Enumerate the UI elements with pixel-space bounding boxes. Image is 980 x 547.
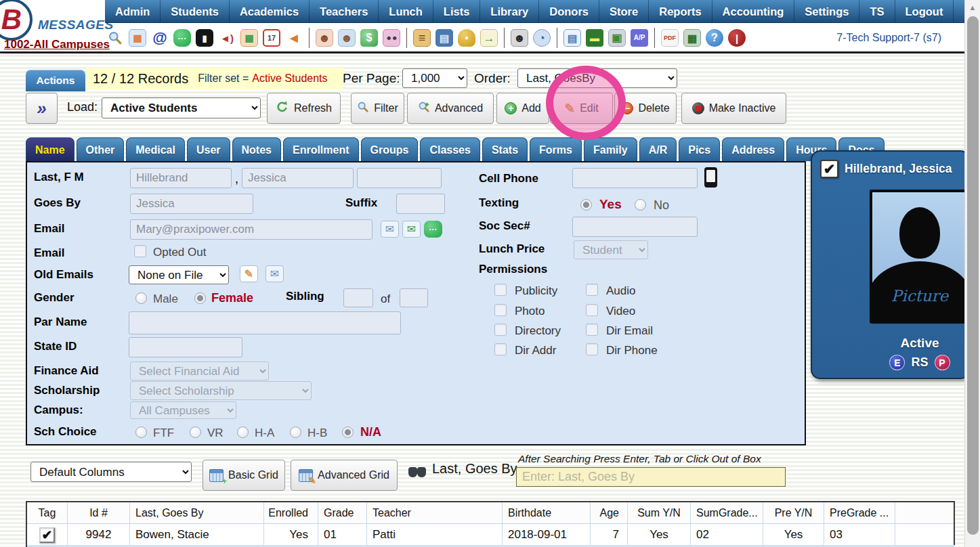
sch-choice-ftf-radio[interactable] (135, 426, 147, 438)
student-picture[interactable]: Picture (870, 190, 970, 324)
dir-addr-checkbox[interactable] (494, 343, 507, 355)
col-pre-grade[interactable]: PreGrade ... (824, 502, 895, 523)
print-check-icon[interactable]: ▣ (608, 29, 626, 47)
tab-forms[interactable]: Forms (530, 137, 582, 161)
col-sum-grade[interactable]: SumGrade... (691, 502, 763, 523)
par-name-field[interactable] (129, 311, 401, 334)
student-search-input[interactable] (516, 467, 786, 487)
dir-email-checkbox[interactable] (586, 324, 598, 336)
tab-other[interactable]: Other (77, 137, 125, 161)
student-card-checkbox[interactable]: ✔ (820, 160, 838, 178)
campus-link[interactable]: 1002-All Campuses (4, 38, 110, 51)
filter-button[interactable]: Filter (351, 93, 404, 124)
col-birthdate[interactable]: Birthdate (503, 502, 591, 523)
lunch-icon[interactable]: ≡ (413, 29, 431, 47)
megaphone-icon[interactable]: ◄ (285, 29, 303, 47)
per-page-select[interactable]: 1,000 (402, 68, 467, 88)
schedule-grid-icon[interactable]: ▦ (129, 29, 146, 47)
nav-reports[interactable]: Reports (649, 0, 712, 22)
suffix-field[interactable] (396, 194, 445, 214)
tab-groups[interactable]: Groups (361, 137, 419, 161)
mobile-phone-icon[interactable]: ▮ (196, 29, 213, 47)
nav-teachers[interactable]: Teachers (310, 0, 379, 22)
col-grade[interactable]: Grade (318, 502, 367, 523)
help-icon[interactable]: ? (706, 29, 723, 47)
email-badge[interactable]: E (889, 355, 905, 370)
nav-students[interactable]: Students (161, 0, 230, 22)
tab-address[interactable]: Address (722, 137, 784, 161)
advanced-grid-button[interactable]: ✎ Advanced Grid (291, 460, 398, 491)
refresh-button[interactable]: Refresh (267, 93, 341, 124)
col-name[interactable]: Last, Goes By (130, 502, 264, 523)
search-icon[interactable] (106, 29, 124, 47)
dir-phone-checkbox[interactable] (586, 343, 598, 355)
calendar-icon[interactable]: ▦ (240, 29, 258, 47)
tab-family[interactable]: Family (584, 137, 637, 161)
photo-checkbox[interactable] (494, 304, 507, 316)
tab-classes[interactable]: Classes (420, 137, 480, 161)
scholarship-select[interactable]: Select Scholarship (130, 381, 312, 400)
gender-female-radio[interactable] (194, 292, 206, 304)
broadcast-sound-icon[interactable]: ◄) (218, 29, 236, 47)
middle-name-field[interactable] (357, 168, 442, 188)
col-teacher[interactable]: Teacher (367, 502, 503, 523)
student-person-icon[interactable]: ☻ (338, 29, 356, 47)
sibling-total-field[interactable] (400, 288, 428, 307)
cell-phone-field[interactable] (572, 168, 698, 188)
tab-enrollment[interactable]: Enrollment (283, 137, 359, 161)
last-name-field[interactable] (130, 168, 232, 188)
texting-no-radio[interactable] (635, 199, 646, 211)
tab-stats[interactable]: Stats (482, 137, 528, 161)
clock-icon[interactable]: ◔ (533, 29, 551, 47)
scrollbar-thumb[interactable] (967, 16, 979, 535)
stop-icon[interactable]: | (728, 29, 746, 47)
nav-settings[interactable]: Settings (794, 0, 859, 22)
tab-user[interactable]: User (187, 137, 230, 161)
basic-grid-button[interactable]: + Basic Grid (203, 460, 285, 491)
email-field[interactable] (130, 219, 372, 240)
edit-button[interactable]: ✎ Edit (550, 93, 613, 124)
delete-button[interactable]: − Delete (614, 93, 677, 124)
col-enrolled[interactable]: Enrolled (264, 502, 318, 523)
tab-name[interactable]: Name (26, 137, 74, 161)
fridge-icon[interactable]: ▤ (435, 29, 453, 47)
soc-sec-field[interactable] (572, 217, 698, 237)
row-tag-checkbox[interactable]: ✔ (39, 527, 55, 543)
nav-lists[interactable]: Lists (433, 0, 481, 22)
ledger-icon[interactable]: ▤ (563, 29, 581, 47)
state-id-field[interactable] (129, 337, 242, 357)
nav-ts[interactable]: TS (859, 0, 895, 22)
sch-choice-na-radio[interactable] (342, 426, 354, 438)
sibling-number-field[interactable] (343, 288, 373, 307)
phone-badge[interactable]: P (935, 355, 950, 370)
open-email-icon[interactable]: ✉ (381, 221, 399, 238)
scroll-up-arrow[interactable]: ▲ (965, 3, 980, 12)
sch-choice-vr-radio[interactable] (190, 426, 201, 438)
family-icon[interactable]: ☻☻ (383, 29, 400, 47)
old-emails-mail-icon[interactable]: ✉ (265, 265, 284, 282)
col-sum-yn[interactable]: Sum Y/N (628, 502, 691, 523)
video-checkbox[interactable] (586, 304, 598, 316)
money-icon[interactable]: $ (360, 29, 378, 47)
old-emails-select[interactable]: None on File (129, 265, 229, 284)
add-button[interactable]: + Add (496, 93, 549, 124)
opted-out-checkbox[interactable] (134, 245, 146, 257)
nav-logout[interactable]: Logout (895, 0, 954, 22)
goes-by-field[interactable] (130, 194, 253, 214)
edit-old-emails-icon[interactable]: ✎ (240, 265, 258, 282)
directory-checkbox[interactable] (494, 324, 507, 336)
tab-ar[interactable]: A/R (639, 137, 677, 161)
tab-medical[interactable]: Medical (126, 137, 185, 161)
nav-accounting[interactable]: Accounting (712, 0, 795, 22)
staff-icon[interactable]: ☻ (511, 29, 528, 47)
rs-badge[interactable]: RS (911, 355, 928, 370)
nav-lunch[interactable]: Lunch (379, 0, 433, 22)
col-tag[interactable]: Tag (27, 502, 68, 523)
actions-tab[interactable]: Actions (26, 70, 85, 91)
audio-checkbox[interactable] (586, 284, 598, 296)
tab-pics[interactable]: Pics (679, 137, 720, 161)
publicity-checkbox[interactable] (494, 284, 507, 296)
nav-store[interactable]: Store (599, 0, 649, 22)
col-age[interactable]: Age (591, 502, 628, 523)
col-pre-yn[interactable]: Pre Y/N (763, 502, 824, 523)
